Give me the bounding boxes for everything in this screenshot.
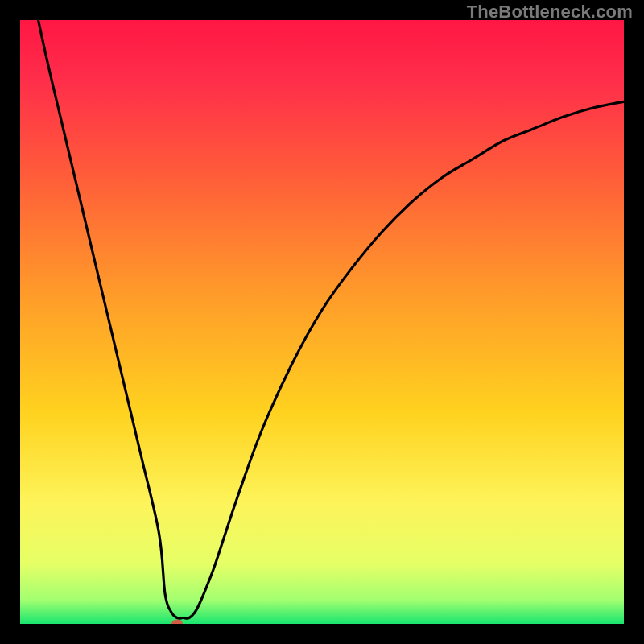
svg-rect-3 <box>0 0 20 644</box>
plot-background <box>20 20 624 624</box>
bottleneck-chart <box>0 0 644 644</box>
chart-container: TheBottleneck.com <box>0 0 644 644</box>
svg-rect-4 <box>624 0 644 644</box>
svg-rect-1 <box>0 0 644 20</box>
svg-rect-2 <box>0 624 644 644</box>
